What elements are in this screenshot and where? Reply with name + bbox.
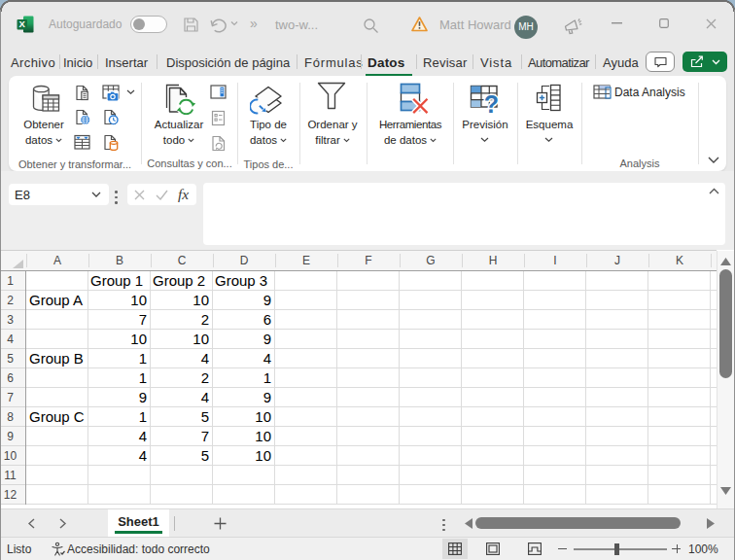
svg-text:?: ?: [484, 90, 499, 116]
svg-text:X: X: [19, 18, 26, 29]
